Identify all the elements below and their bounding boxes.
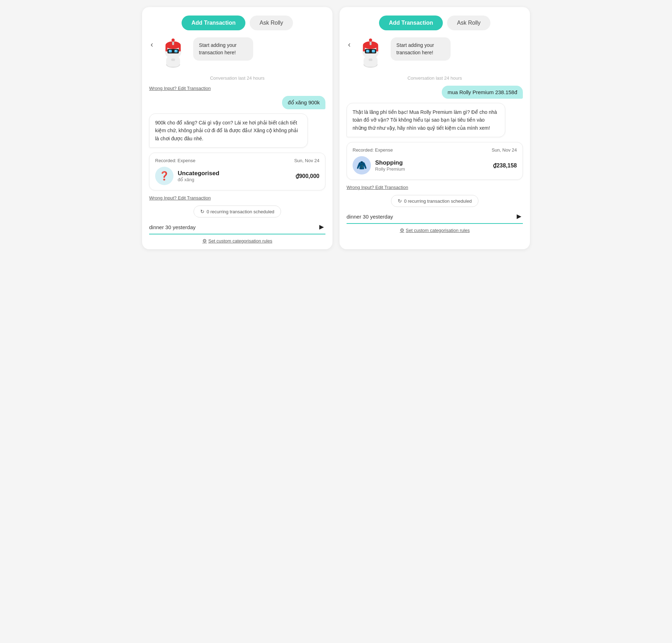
recurring-icon-left: ↻ xyxy=(200,209,204,214)
recurring-button-right[interactable]: ↻ 0 recurring transaction scheduled xyxy=(391,195,478,207)
svg-rect-22 xyxy=(372,50,375,53)
record-row-left: ❓ Uncategorised đổ xăng ₫900,000 xyxy=(155,167,319,185)
speech-bubble-left: Start adding your transaction here! xyxy=(193,37,253,61)
custom-rules-right[interactable]: ⚙ Set custom categorisation rules xyxy=(347,227,523,233)
gear-icon-right: ⚙ xyxy=(400,227,404,233)
robot-section-right: ‹ xyxy=(347,37,523,69)
record-amount-left: ₫900,000 xyxy=(295,173,319,179)
record-label-left: Recorded: Expense xyxy=(155,158,195,163)
robot-avatar-right xyxy=(355,37,386,69)
back-arrow-left[interactable]: ‹ xyxy=(151,40,153,49)
svg-point-13 xyxy=(172,38,175,42)
send-button-right[interactable]: ► xyxy=(515,212,523,221)
send-button-left[interactable]: ► xyxy=(318,222,325,232)
chat-input-left[interactable] xyxy=(149,224,315,230)
svg-rect-5 xyxy=(179,45,181,51)
robot-section-left: ‹ xyxy=(149,37,325,69)
svg-rect-4 xyxy=(166,45,167,51)
svg-rect-11 xyxy=(171,59,175,61)
app-container: Add Transaction Ask Rolly ‹ xyxy=(142,7,530,249)
edit-transaction-link-left-top[interactable]: Wrong Input? Edit Transaction xyxy=(149,86,325,91)
record-header-right: Recorded: Expense Sun, Nov 24 xyxy=(353,147,517,153)
record-card-right: Recorded: Expense Sun, Nov 24 🧥 Shopping… xyxy=(347,142,523,180)
record-desc-left: đổ xăng xyxy=(178,177,291,182)
record-card-left: Recorded: Expense Sun, Nov 24 ❓ Uncatego… xyxy=(149,153,325,190)
record-icon-left: ❓ xyxy=(155,167,173,185)
record-amount-right: ₫238,158 xyxy=(493,162,517,169)
custom-rules-label-left: Set custom categorisation rules xyxy=(208,238,272,244)
ask-rolly-button-right[interactable]: Ask Rolly xyxy=(447,16,490,30)
input-row-right: ► xyxy=(347,212,523,224)
back-arrow-right[interactable]: ‹ xyxy=(348,40,350,49)
svg-point-27 xyxy=(369,38,372,42)
recurring-button-left[interactable]: ↻ 0 recurring transaction scheduled xyxy=(194,206,281,218)
record-name-left: Uncategorised xyxy=(178,170,291,177)
svg-rect-10 xyxy=(175,50,176,51)
bot-message-right: Thật là lãng phí tiền bạc! Mua Rolly Pre… xyxy=(347,103,505,137)
input-row-left: ► xyxy=(149,222,325,234)
header-buttons-left: Add Transaction Ask Rolly xyxy=(149,16,325,30)
svg-rect-24 xyxy=(373,50,374,51)
robot-avatar-left xyxy=(157,37,189,69)
user-message-left: đổ xăng 900k xyxy=(149,96,325,109)
recurring-icon-right: ↻ xyxy=(398,198,402,204)
record-info-right: Shopping Rolly Premium xyxy=(375,159,489,172)
bot-message-left: 900k cho đổ xăng? Cái gì vậy con? Lái xe… xyxy=(149,114,308,148)
user-message-right: mua Rolly Premium 238.158đ xyxy=(347,86,523,99)
svg-rect-25 xyxy=(369,59,373,61)
user-bubble-left: đổ xăng 900k xyxy=(282,96,325,109)
question-icon: ❓ xyxy=(159,171,170,181)
ask-rolly-button-left[interactable]: Ask Rolly xyxy=(250,16,293,30)
record-date-left: Sun, Nov 24 xyxy=(294,158,319,163)
panel-left: Add Transaction Ask Rolly ‹ xyxy=(142,7,332,249)
record-icon-right: 🧥 xyxy=(353,156,371,174)
svg-rect-18 xyxy=(363,45,365,51)
edit-transaction-link-left-bottom[interactable]: Wrong Input? Edit Transaction xyxy=(149,195,325,201)
chat-input-right[interactable] xyxy=(347,214,512,220)
custom-rules-left[interactable]: ⚙ Set custom categorisation rules xyxy=(149,238,325,244)
add-transaction-button-right[interactable]: Add Transaction xyxy=(379,16,443,30)
svg-rect-19 xyxy=(377,45,378,51)
add-transaction-button-left[interactable]: Add Transaction xyxy=(182,16,245,30)
edit-transaction-link-right[interactable]: Wrong Input? Edit Transaction xyxy=(347,185,523,190)
recurring-label-left: 0 recurring transaction scheduled xyxy=(207,209,274,214)
svg-rect-21 xyxy=(366,50,369,53)
record-desc-right: Rolly Premium xyxy=(375,166,489,172)
svg-rect-7 xyxy=(169,50,172,53)
gear-icon-left: ⚙ xyxy=(202,238,207,244)
panel-right: Add Transaction Ask Rolly ‹ xyxy=(340,7,530,249)
record-header-left: Recorded: Expense Sun, Nov 24 xyxy=(155,158,319,163)
record-info-left: Uncategorised đổ xăng xyxy=(178,170,291,182)
speech-bubble-right: Start adding your transaction here! xyxy=(391,37,451,61)
custom-rules-label-right: Set custom categorisation rules xyxy=(406,228,470,233)
shopping-icon: 🧥 xyxy=(356,160,367,170)
record-row-right: 🧥 Shopping Rolly Premium ₫238,158 xyxy=(353,156,517,174)
recurring-label-right: 0 recurring transaction scheduled xyxy=(404,198,472,204)
record-date-right: Sun, Nov 24 xyxy=(491,147,517,153)
record-label-right: Recorded: Expense xyxy=(353,147,393,153)
svg-rect-8 xyxy=(175,50,178,53)
header-buttons-right: Add Transaction Ask Rolly xyxy=(347,16,523,30)
record-name-right: Shopping xyxy=(375,159,489,166)
conversation-label-left: Conversation last 24 hours xyxy=(149,75,325,81)
conversation-label-right: Conversation last 24 hours xyxy=(347,75,523,81)
svg-rect-9 xyxy=(170,50,171,51)
svg-rect-23 xyxy=(367,50,368,51)
user-bubble-right: mua Rolly Premium 238.158đ xyxy=(442,86,523,99)
